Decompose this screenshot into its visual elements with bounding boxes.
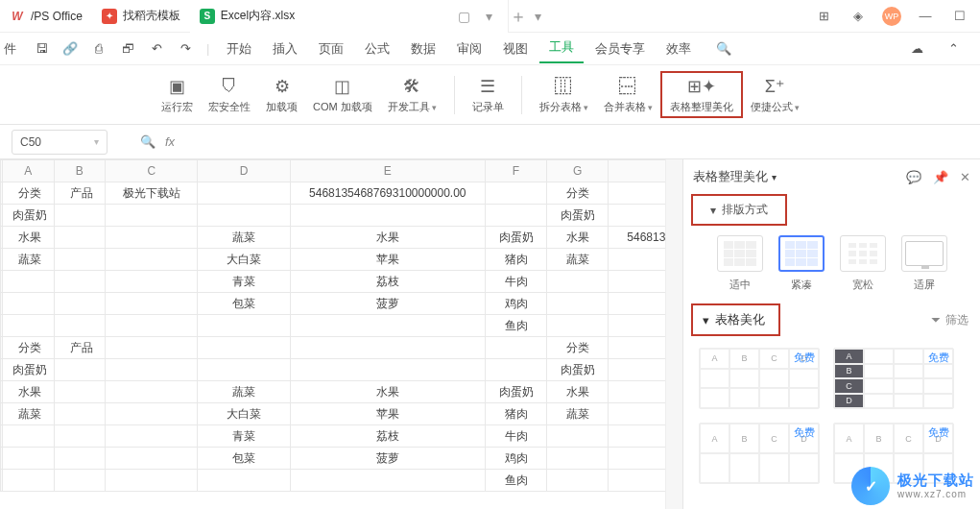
cell[interactable]: 牛肉 xyxy=(485,271,546,293)
cell[interactable]: 极光下载站 xyxy=(106,182,198,205)
cell[interactable] xyxy=(54,293,105,315)
cell[interactable] xyxy=(106,227,198,249)
menu-insert[interactable]: 插入 xyxy=(263,36,307,61)
search-icon[interactable]: 🔍 xyxy=(710,36,737,62)
cell[interactable] xyxy=(485,359,546,381)
cell[interactable]: 肉蛋奶 xyxy=(485,227,546,249)
menu-start[interactable]: 开始 xyxy=(217,36,261,61)
pin-icon[interactable]: 📌 xyxy=(933,170,948,184)
layout-screen[interactable]: 适屏 xyxy=(901,235,947,292)
cell[interactable]: 水果 xyxy=(547,381,609,403)
table-row[interactable]: 鱼肉 xyxy=(1,470,683,492)
table-row[interactable]: 青菜荔枝牛肉 xyxy=(1,271,683,293)
cell[interactable]: 鸡肉 xyxy=(485,448,546,470)
app-switcher-icon[interactable]: ⊞ xyxy=(813,6,834,27)
undo-icon[interactable]: ↶ xyxy=(143,36,170,62)
tab-dropdown-icon[interactable]: ▾ xyxy=(479,9,498,24)
name-box[interactable]: C50 ▾ xyxy=(12,130,108,155)
cell[interactable] xyxy=(3,293,54,315)
table-row[interactable]: 肉蛋奶肉蛋奶 xyxy=(1,359,683,381)
cell[interactable]: 分类 xyxy=(3,182,54,205)
tab-list-dropdown[interactable]: ▾ xyxy=(528,9,547,24)
cell[interactable] xyxy=(290,205,485,227)
cell[interactable] xyxy=(290,470,485,492)
cell[interactable]: 分类 xyxy=(547,337,609,359)
cell[interactable] xyxy=(106,448,198,470)
tab-wps-home[interactable]: W /PS Office xyxy=(0,0,92,33)
link-icon[interactable]: 🔗 xyxy=(57,36,84,62)
cell[interactable]: 牛肉 xyxy=(485,425,546,448)
cell[interactable] xyxy=(3,271,54,293)
menu-eff[interactable]: 效率 xyxy=(657,36,701,61)
table-row[interactable]: 蔬菜大白菜苹果猪肉蔬菜 xyxy=(1,403,683,425)
cell[interactable] xyxy=(547,425,609,448)
cell[interactable] xyxy=(485,337,546,359)
cell[interactable] xyxy=(198,337,290,359)
cell[interactable] xyxy=(54,271,105,293)
cell[interactable]: 水果 xyxy=(547,227,609,249)
cell[interactable]: 鱼肉 xyxy=(485,315,546,337)
cell[interactable]: 包菜 xyxy=(198,448,290,470)
cell[interactable]: 鸡肉 xyxy=(485,293,546,315)
cell[interactable]: 荔枝 xyxy=(290,271,485,293)
spreadsheet-grid[interactable]: A B C D E F G 分类产品极光下载站54681354687693100… xyxy=(0,159,682,492)
filter-button[interactable]: ⏷ 筛选 xyxy=(930,312,968,328)
cell[interactable]: 蔬菜 xyxy=(3,249,54,271)
quick-formula-button[interactable]: Σ⁺便捷公式▾ xyxy=(743,73,807,116)
table-beautify-button[interactable]: ⊞✦表格整理美化 xyxy=(660,71,743,118)
theme-option[interactable]: 免费 ABCD xyxy=(699,348,820,409)
cell[interactable]: 苹果 xyxy=(290,249,485,271)
chat-icon[interactable]: 💬 xyxy=(906,170,921,184)
cell[interactable]: 鱼肉 xyxy=(485,470,546,492)
cell[interactable] xyxy=(106,337,198,359)
cell[interactable] xyxy=(547,470,609,492)
cell[interactable]: 产品 xyxy=(54,182,105,205)
cell[interactable]: 肉蛋奶 xyxy=(485,381,546,403)
cube-icon[interactable]: ◈ xyxy=(848,6,869,27)
cell[interactable] xyxy=(485,205,546,227)
merge-table-button[interactable]: ⿱合并表格▾ xyxy=(596,73,660,116)
cell[interactable] xyxy=(54,448,105,470)
menu-tools[interactable]: 工具 xyxy=(539,35,584,63)
cell[interactable]: 青菜 xyxy=(198,271,290,293)
cell[interactable] xyxy=(290,337,485,359)
chevron-down-icon[interactable]: ▾ xyxy=(94,136,99,147)
new-tab-button[interactable]: ＋ xyxy=(509,5,528,28)
cell[interactable]: 猪肉 xyxy=(485,403,546,425)
cell[interactable] xyxy=(547,271,609,293)
collapse-ribbon-icon[interactable]: ⌃ xyxy=(940,36,967,62)
cell[interactable]: 菠萝 xyxy=(290,293,485,315)
run-macro-button[interactable]: ▣运行宏 xyxy=(154,73,201,116)
cell[interactable]: 苹果 xyxy=(290,403,485,425)
cell[interactable]: 产品 xyxy=(54,337,105,359)
cell[interactable] xyxy=(3,425,54,448)
save-icon[interactable]: 🖫 xyxy=(28,36,55,62)
close-icon[interactable]: ✕ xyxy=(960,170,970,184)
file-menu-partial[interactable]: 件 xyxy=(4,36,26,61)
cell[interactable] xyxy=(106,425,198,448)
maximize-button[interactable]: ☐ xyxy=(949,6,970,27)
cell[interactable] xyxy=(3,315,54,337)
avatar[interactable]: WP xyxy=(882,7,901,26)
cell[interactable]: 菠萝 xyxy=(290,448,485,470)
section-layout-title[interactable]: ▾ 排版方式 xyxy=(691,194,787,226)
cell[interactable] xyxy=(54,227,105,249)
cell[interactable]: 肉蛋奶 xyxy=(3,205,54,227)
cell[interactable] xyxy=(106,470,198,492)
vertical-scrollbar[interactable] xyxy=(665,159,682,509)
table-row[interactable]: 包菜菠萝鸡肉 xyxy=(1,293,683,315)
table-row[interactable]: 鱼肉 xyxy=(1,315,683,337)
record-form-button[interactable]: ☰记录单 xyxy=(465,73,512,116)
cell[interactable] xyxy=(198,315,290,337)
cell[interactable]: 水果 xyxy=(3,227,54,249)
cell[interactable] xyxy=(547,448,609,470)
cell[interactable] xyxy=(54,381,105,403)
cell[interactable]: 猪肉 xyxy=(485,249,546,271)
tab-template[interactable]: ✦ 找稻壳模板 xyxy=(92,0,190,33)
cell[interactable] xyxy=(54,470,105,492)
cell[interactable]: 分类 xyxy=(3,337,54,359)
cell[interactable]: 肉蛋奶 xyxy=(547,205,609,227)
theme-option[interactable]: 免费 ABCD xyxy=(699,423,820,484)
cell[interactable]: 水果 xyxy=(3,381,54,403)
cell[interactable]: 蔬菜 xyxy=(3,403,54,425)
